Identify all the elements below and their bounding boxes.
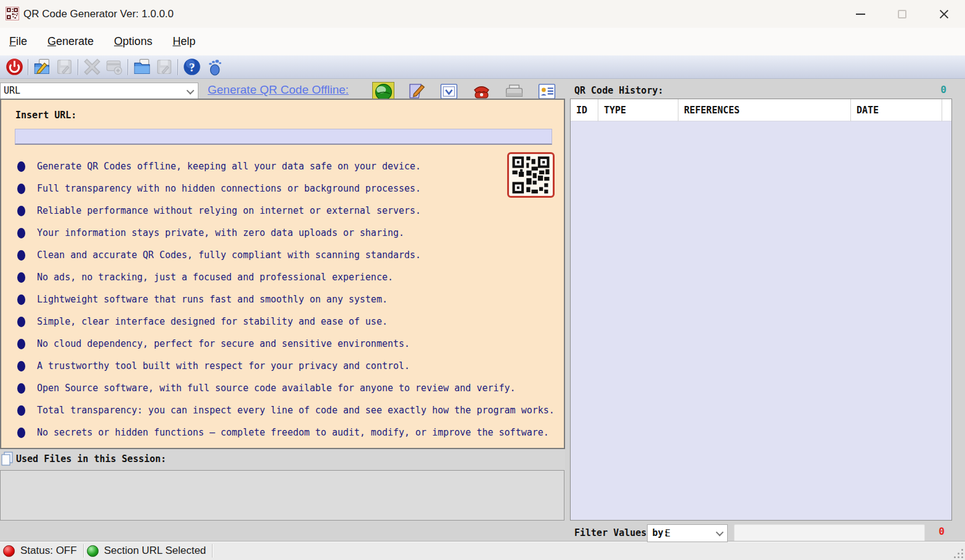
url-type-combobox[interactable]: URL [0,83,198,99]
history-column-header[interactable]: ID [571,99,598,121]
feature-list-item: No cloud dependency, perfect for secure … [1,333,564,355]
status-off-icon [3,545,15,557]
save-button[interactable] [53,57,75,77]
bullet-icon [17,206,25,216]
toolbar: ? [0,55,965,79]
close-icon [939,9,949,19]
new-edit-button[interactable] [31,57,53,77]
statusbar-separator [83,544,84,558]
save-as-button[interactable] [153,57,175,77]
power-button[interactable] [3,57,25,77]
history-table-header: IDTYPEREFERENCESDATE [571,99,951,121]
feature-list-item: Simple, clear interface designed for sta… [1,310,564,333]
resize-grip[interactable] [952,547,963,558]
bullet-icon [17,250,25,261]
save-as-icon [155,58,173,76]
bullet-icon [17,184,25,194]
toolbar-separator [28,59,28,75]
card-reader-button[interactable] [103,57,125,77]
history-column-header[interactable]: DATE [851,99,942,121]
history-count: 0 [932,84,947,95]
save-icon [55,58,73,76]
bullet-icon [17,361,25,371]
history-column-header[interactable] [942,99,951,121]
used-files-list[interactable] [0,470,564,521]
bullet-icon [17,161,25,172]
bullet-icon [17,317,25,327]
app-window: QR Code Generator Ver: 1.0.0.0 FileGener… [0,0,965,560]
url-input[interactable] [15,129,552,145]
help-icon: ? [183,58,201,76]
bullet-icon [17,339,25,349]
feature-list-item: No ads, no tracking, just a focused and … [1,266,564,288]
used-files-bar: Used Files in this Session: [0,449,565,470]
menu-bar: FileGenerateOptionsHelp [0,28,965,55]
generate-offline-link[interactable]: Generate QR Code Offline: [208,83,349,97]
menu-item[interactable]: Generate [47,28,94,55]
bullet-icon [17,383,25,394]
feature-list-item: Generate QR Codes offline, keeping all y… [1,155,564,177]
new-edit-icon [33,58,51,76]
bullet-icon [17,294,25,305]
about-footprint-icon [205,58,223,76]
feature-list-item: No secrets or hidden functions — complet… [1,421,564,444]
toolbar-separator [128,59,128,75]
feature-list-item: Clean and accurate QR Codes, fully compl… [1,244,564,266]
feature-list-item: Full transparency with no hidden connect… [1,177,564,200]
bullet-icon [17,405,25,416]
feature-list-item: Your information stays private, with zer… [1,222,564,244]
delete-icon [83,58,101,76]
toolbar-separator [78,59,78,75]
svg-text:?: ? [189,61,195,74]
power-icon [6,58,23,76]
filter-count: 0 [934,526,949,537]
app-qr-icon [6,7,19,20]
statusbar-separator [212,544,213,558]
maximize-button[interactable] [881,0,923,28]
history-label: QR Code History: [574,85,664,96]
status-bar: Status: OFF Section URL Selected [0,541,965,560]
open-folder-icon [133,58,151,76]
offline-generator-panel: Insert URL: Generate QR Codes offline, k… [0,99,565,449]
section-label: Section URL Selected [104,545,206,557]
toolbar-separator [177,59,178,75]
qr-code-image [507,152,555,198]
bullet-icon [17,428,25,438]
minimize-button[interactable] [839,0,881,28]
history-column-header[interactable]: REFERENCES [678,99,851,121]
delete-button[interactable] [81,57,103,77]
feature-list-item: Total transparency: you can inspect ever… [1,399,564,421]
card-reader-icon [105,58,123,76]
feature-list-item: Open Source software, with full source c… [1,377,564,399]
minimize-icon [856,14,865,15]
menu-item[interactable]: File [9,28,27,55]
help-button[interactable]: ? [181,57,203,77]
maximize-icon [898,10,906,18]
feature-list-item: A trustworthy tool built with respect fo… [1,355,564,377]
section-selected-icon [87,545,99,557]
feature-list-item: Lightweight software that runs fast and … [1,288,564,310]
menu-item[interactable]: Help [173,28,195,55]
chevron-down-icon [187,87,195,95]
insert-url-label: Insert URL: [15,110,76,121]
window-title: QR Code Generator Ver: 1.0.0.0 [23,0,174,28]
status-label: Status: OFF [20,545,77,557]
url-combo-value: URL [4,85,20,96]
page-icon [1,452,14,466]
feature-list-item: Reliable performance without relying on … [1,200,564,222]
about-footprint-button[interactable] [203,57,225,77]
menu-item[interactable]: Options [114,28,152,55]
filter-input[interactable] [734,524,925,542]
close-button[interactable] [923,0,965,28]
title-bar: QR Code Generator Ver: 1.0.0.0 [0,0,965,28]
history-table-body[interactable] [571,121,951,521]
link-row: URL Generate QR Code Offline: [0,81,565,100]
history-column-header[interactable]: TYPE [598,99,678,121]
bullet-icon [17,272,25,283]
open-folder-button[interactable] [131,57,153,77]
bullet-icon [17,228,25,238]
filter-label: Filter Values by: [574,527,669,538]
history-table[interactable]: IDTYPEREFERENCESDATE [570,99,952,521]
feature-list: Generate QR Codes offline, keeping all y… [1,155,564,444]
chevron-down-icon [716,529,724,537]
